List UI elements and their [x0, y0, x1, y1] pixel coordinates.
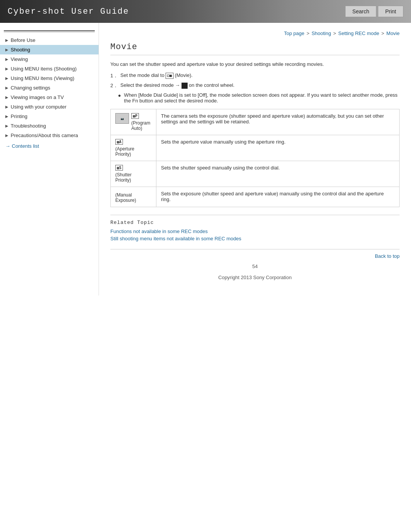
step-1-content: Set the mode dial to ■ (Movie). [120, 72, 400, 79]
breadcrumb-top[interactable]: Top page [284, 30, 304, 36]
mode-label-program: (ProgramAuto) [131, 120, 150, 131]
control-wheel-icon [182, 83, 188, 89]
camera-thumbnail: 📷 [115, 113, 129, 124]
search-button[interactable]: Search [345, 6, 376, 17]
sidebar-divider2 [4, 32, 95, 32]
breadcrumb: Top page > Shooting > Setting REC mode >… [110, 30, 400, 36]
intro-text: You can set the shutter speed and apertu… [110, 61, 400, 67]
related-topic: Related Topic Functions not available in… [110, 215, 400, 241]
table-icon-cell-aperture: ▩A (AperturePriority) [111, 135, 156, 161]
header-buttons: Search Print [345, 6, 403, 17]
table-icon-cell-shutter: ▩S (ShutterPriority) [111, 161, 156, 187]
sidebar-item-changing-settings[interactable]: ▶ Changing settings [0, 83, 99, 93]
main-layout: ▶ Before Use ▶ Shooting ▶ Viewing ▶ Usin… [0, 23, 411, 296]
program-icon: ▩P [131, 113, 139, 119]
contents-list-link[interactable]: → Contents list [0, 140, 99, 150]
arrow-icon: ▶ [5, 38, 8, 42]
arrow-icon: ▶ [5, 95, 8, 99]
mode-label-shutter: (ShutterPriority) [115, 172, 151, 183]
app-title: Cyber-shot User Guide [8, 7, 129, 16]
step-2-content: Select the desired mode → on the control… [120, 82, 400, 89]
main-content: Top page > Shooting > Setting REC mode >… [99, 23, 411, 296]
arrow-icon: ▶ [5, 133, 8, 137]
table-icon-cell-program: 📷 ▩P (ProgramAuto) [111, 109, 156, 135]
arrow-icon: ▶ [5, 86, 8, 90]
table-desc-aperture: Sets the aperture value manually using t… [156, 135, 400, 161]
mode-label-aperture: (AperturePriority) [115, 146, 151, 157]
back-to-top-link[interactable]: Back to top [375, 253, 400, 259]
breadcrumb-current: Movie [386, 30, 400, 36]
movie-mode-icon: ■ [166, 73, 173, 79]
arrow-icon: ▶ [5, 124, 8, 128]
sidebar-item-printing[interactable]: ▶ Printing [0, 112, 99, 121]
sidebar-item-troubleshooting[interactable]: ▶ Troubleshooting [0, 121, 99, 131]
arrow-icon: ▶ [5, 114, 8, 118]
steps: 1． Set the mode dial to ■ (Movie). 2． Se… [110, 72, 400, 104]
sidebar: ▶ Before Use ▶ Shooting ▶ Viewing ▶ Usin… [0, 23, 99, 296]
related-link-2[interactable]: Still shooting menu items not available … [110, 236, 400, 241]
aperture-icon: ▩A [115, 139, 123, 145]
table-row: ▩A (AperturePriority) Sets the aperture … [111, 135, 400, 161]
rec-mode-table: 📷 ▩P (ProgramAuto) The camera sets the e… [110, 109, 400, 207]
page-title: Movie [110, 42, 400, 55]
related-link-1[interactable]: Functions not available in some REC mode… [110, 228, 400, 234]
bullet-text: When [Mode Dial Guide] is set to [Off], … [124, 92, 400, 104]
sidebar-item-precautions[interactable]: ▶ Precautions/About this camera [0, 131, 99, 140]
breadcrumb-shooting[interactable]: Shooting [312, 30, 331, 36]
sidebar-item-menu-shooting[interactable]: ▶ Using MENU items (Shooting) [0, 64, 99, 73]
table-desc-program: The camera sets the exposure (shutter sp… [156, 109, 400, 135]
table-icon-cell-manual: (ManualExposure) [111, 187, 156, 207]
arrow-icon: ▶ [5, 48, 8, 52]
back-to-top-row: Back to top [110, 249, 400, 260]
arrow-icon: ▶ [5, 57, 8, 61]
arrow-icon: ▶ [5, 67, 8, 71]
table-row: ▩S (ShutterPriority) Sets the shutter sp… [111, 161, 400, 187]
table-row: 📷 ▩P (ProgramAuto) The camera sets the e… [111, 109, 400, 135]
sidebar-item-menu-viewing[interactable]: ▶ Using MENU items (Viewing) [0, 73, 99, 83]
step-2-num: 2． [110, 82, 118, 89]
table-desc-manual: Sets the exposure (shutter speed and ape… [156, 187, 400, 207]
sidebar-item-viewing-tv[interactable]: ▶ Viewing images on a TV [0, 93, 99, 102]
sidebar-item-before-use[interactable]: ▶ Before Use [0, 35, 99, 45]
table-row: (ManualExposure) Sets the exposure (shut… [111, 187, 400, 207]
footer: Copyright 2013 Sony Corporation [110, 271, 400, 288]
step-1: 1． Set the mode dial to ■ (Movie). [110, 72, 400, 79]
page-number: 54 [110, 260, 400, 271]
header: Cyber-shot User Guide Search Print [0, 0, 411, 23]
mode-label-manual: (ManualExposure) [115, 192, 151, 203]
table-desc-shutter: Sets the shutter speed manually using th… [156, 161, 400, 187]
sidebar-item-computer[interactable]: ▶ Using with your computer [0, 102, 99, 112]
bullet-item: ● When [Mode Dial Guide] is set to [Off]… [118, 92, 400, 104]
sidebar-item-viewing[interactable]: ▶ Viewing [0, 54, 99, 64]
step-1-num: 1． [110, 72, 118, 79]
sidebar-item-shooting[interactable]: ▶ Shooting [0, 45, 99, 54]
shutter-icon: ▩S [115, 165, 123, 171]
copyright-text: Copyright 2013 Sony Corporation [218, 275, 292, 280]
related-topic-title: Related Topic [110, 220, 400, 225]
step-2: 2． Select the desired mode → on the cont… [110, 82, 400, 89]
arrow-icon: ▶ [5, 76, 8, 80]
print-button[interactable]: Print [378, 6, 403, 17]
arrow-icon: ▶ [5, 105, 8, 109]
arrow-right-icon: → [5, 143, 10, 149]
sidebar-divider-top [4, 30, 95, 31]
breadcrumb-setting[interactable]: Setting REC mode [338, 30, 379, 36]
bullet-dot: ● [118, 93, 121, 98]
